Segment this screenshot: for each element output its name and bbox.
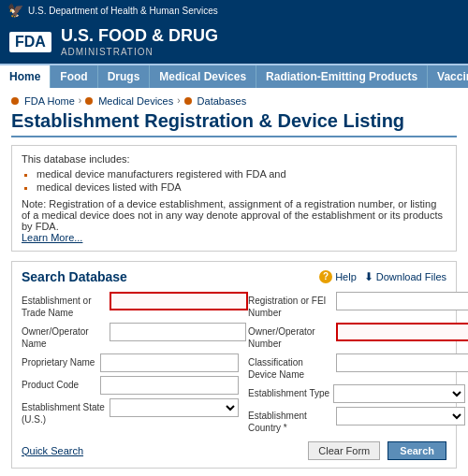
label-establishment-type: Establishment Type [248, 384, 329, 399]
search-tools: ? Help ⬇ Download Files [319, 270, 446, 283]
nav-item-food[interactable]: Food [51, 65, 97, 88]
search-header: Search Database ? Help ⬇ Download Files [22, 269, 446, 284]
form-row-registration: Registration or FEI Number [248, 292, 465, 319]
nav-bar: Home Food Drugs Medical Devices Radiatio… [0, 64, 468, 88]
download-tool[interactable]: ⬇ Download Files [364, 270, 446, 283]
search-section: Search Database ? Help ⬇ Download Files … [11, 261, 457, 469]
info-box: This database includes: medical device m… [11, 145, 457, 252]
form-right: Registration or FEI Number Owner/Operato… [248, 292, 465, 434]
input-registration[interactable] [336, 292, 468, 310]
form-row-establishment-name: Establishment or Trade Name [22, 292, 239, 319]
breadcrumb-dot2 [85, 97, 93, 105]
label-establishment-state: Establishment State (U.S.) [22, 398, 106, 426]
breadcrumb-sep2: › [177, 95, 180, 106]
info-item-1: medical device manufacturers registered … [37, 168, 446, 180]
form-row-classification: Classification Device Name [248, 353, 465, 381]
input-establishment-name[interactable] [110, 292, 248, 310]
breadcrumb-fda-home[interactable]: FDA Home [24, 95, 75, 107]
search-button[interactable]: Search [388, 441, 446, 460]
download-icon: ⬇ [364, 270, 373, 283]
form-left: Establishment or Trade Name Owner/Operat… [22, 292, 239, 434]
form-row-owner-number: Owner/Operator Number [248, 323, 465, 350]
select-establishment-state[interactable] [110, 398, 239, 417]
breadcrumb-databases[interactable]: Databases [197, 95, 247, 107]
learn-more-link[interactable]: Learn More... [22, 232, 82, 243]
help-tool[interactable]: ? Help [319, 270, 357, 283]
input-product-code[interactable] [100, 376, 239, 395]
form-row-establishment-country: Establishment Country * [248, 407, 465, 434]
download-label: Download Files [376, 271, 446, 282]
nav-item-drugs[interactable]: Drugs [98, 65, 151, 88]
label-proprietary-name: Proprietary Name [22, 353, 96, 368]
nav-item-radiation[interactable]: Radiation-Emitting Products [256, 65, 428, 88]
input-owner-number[interactable] [336, 323, 468, 341]
form-row-proprietary-name: Proprietary Name [22, 353, 239, 372]
fda-header: FDA U.S. FOOD & DRUG ADMINISTRATION [0, 21, 468, 64]
info-item-2: medical devices listed with FDA [37, 181, 446, 193]
action-buttons: Clear Form Search [308, 441, 446, 460]
form-row-establishment-type: Establishment Type [248, 384, 465, 403]
input-proprietary-name[interactable] [100, 353, 239, 372]
page-title: Establishment Registration & Device List… [11, 110, 457, 137]
fda-title: U.S. FOOD & DRUG ADMINISTRATION [61, 26, 218, 58]
info-intro: This database includes: [22, 153, 446, 165]
help-icon: ? [319, 270, 332, 283]
input-owner-name[interactable] [110, 323, 246, 341]
form-row-product-code: Product Code [22, 376, 239, 395]
nav-item-medical-devices[interactable]: Medical Devices [150, 65, 256, 88]
input-classification[interactable] [336, 353, 468, 372]
form-row-establishment-state: Establishment State (U.S.) [22, 398, 239, 426]
breadcrumb-dot [11, 97, 19, 105]
fda-title-main: U.S. FOOD & DRUG [61, 26, 218, 47]
help-label: Help [335, 271, 357, 282]
page-content: FDA Home › Medical Devices › Databases E… [0, 88, 468, 476]
breadcrumb-sep1: › [79, 95, 81, 106]
label-owner-name: Owner/Operator Name [22, 323, 106, 350]
info-list: medical device manufacturers registered … [37, 168, 446, 193]
label-classification: Classification Device Name [248, 353, 332, 381]
fda-logo: FDA [9, 32, 51, 52]
search-title: Search Database [22, 269, 127, 284]
gov-bar: 🦅 U.S. Department of Health & Human Serv… [0, 0, 468, 21]
fda-title-sub: ADMINISTRATION [61, 47, 218, 58]
breadcrumb-medical-devices[interactable]: Medical Devices [98, 95, 173, 107]
select-establishment-country[interactable] [336, 407, 465, 426]
nav-item-home[interactable]: Home [0, 65, 51, 88]
label-product-code: Product Code [22, 376, 96, 391]
eagle-icon: 🦅 [7, 3, 23, 18]
select-establishment-type[interactable] [333, 384, 465, 403]
clear-form-button[interactable]: Clear Form [308, 441, 380, 460]
quick-search-link[interactable]: Quick Search [22, 445, 83, 456]
label-establishment-name: Establishment or Trade Name [22, 292, 106, 319]
form-row-owner-name: Owner/Operator Name [22, 323, 239, 350]
nav-item-vaccines[interactable]: Vaccines, Blood & Biologics [428, 65, 468, 88]
info-note: Note: Registration of a device establish… [22, 198, 446, 232]
breadcrumb-dot3 [184, 97, 192, 105]
action-row: Quick Search Clear Form Search [22, 441, 446, 460]
label-owner-number: Owner/Operator Number [248, 323, 332, 350]
form-grid: Establishment or Trade Name Owner/Operat… [22, 292, 446, 434]
label-establishment-country: Establishment Country * [248, 407, 332, 434]
breadcrumb: FDA Home › Medical Devices › Databases [11, 95, 457, 107]
gov-bar-text: U.S. Department of Health & Human Servic… [28, 6, 218, 16]
label-registration: Registration or FEI Number [248, 292, 332, 319]
